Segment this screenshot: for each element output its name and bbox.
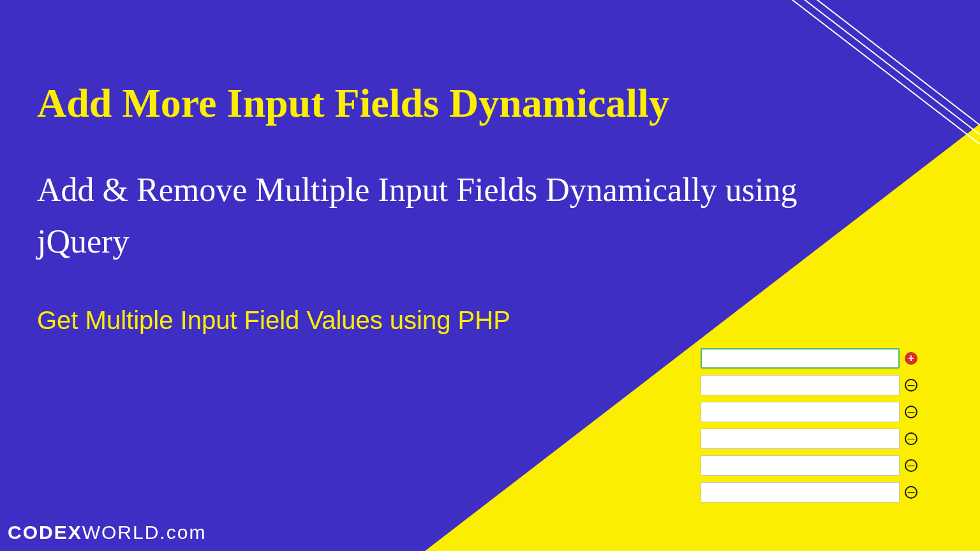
- banner-canvas: Add More Input Fields Dynamically Add & …: [0, 0, 980, 551]
- remove-icon[interactable]: —: [905, 486, 917, 499]
- watermark-brand-light: WORLD: [82, 522, 160, 543]
- dynamic-input-form: + — — — — —: [701, 348, 917, 509]
- watermark-domain: .com: [160, 522, 206, 543]
- text-input[interactable]: [701, 375, 900, 395]
- subtitle: Add & Remove Multiple Input Fields Dynam…: [37, 165, 803, 267]
- watermark-logo: CODEXWORLD.com: [8, 522, 206, 543]
- text-input[interactable]: [701, 402, 900, 422]
- input-row: —: [701, 375, 917, 395]
- main-title: Add More Input Fields Dynamically: [37, 80, 669, 127]
- text-input[interactable]: [701, 348, 900, 369]
- input-row: —: [701, 455, 917, 476]
- tagline: Get Multiple Input Field Values using PH…: [37, 306, 510, 335]
- remove-icon[interactable]: —: [905, 406, 917, 418]
- remove-icon[interactable]: —: [905, 379, 917, 392]
- text-input[interactable]: [701, 482, 900, 503]
- input-row: —: [701, 482, 917, 503]
- input-row: +: [701, 348, 917, 369]
- input-row: —: [701, 429, 917, 449]
- remove-icon[interactable]: —: [905, 459, 917, 472]
- add-icon[interactable]: +: [905, 352, 917, 365]
- watermark-brand-bold: CODEX: [8, 522, 82, 543]
- text-input[interactable]: [701, 455, 900, 476]
- remove-icon[interactable]: —: [905, 432, 917, 445]
- input-row: —: [701, 402, 917, 422]
- text-input[interactable]: [701, 429, 900, 449]
